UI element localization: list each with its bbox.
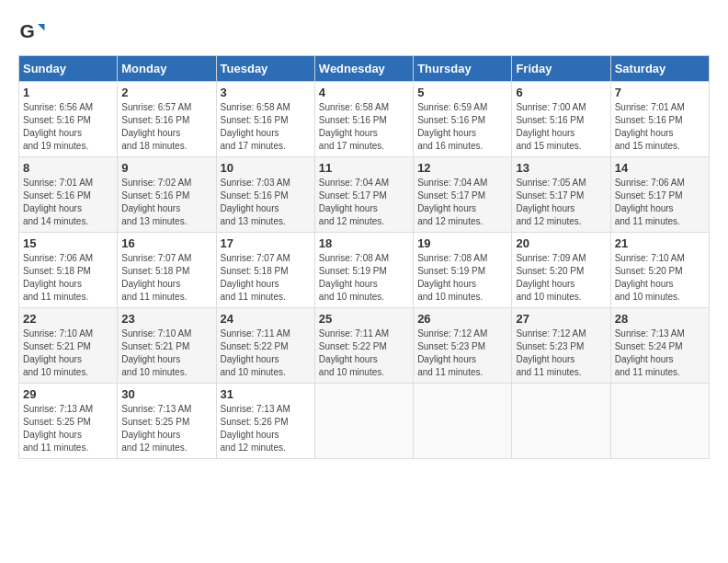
- day-info: Sunrise: 7:09 AM Sunset: 5:20 PM Dayligh…: [516, 252, 606, 304]
- day-number: 28: [615, 312, 705, 326]
- calendar-day-cell: 5 Sunrise: 6:59 AM Sunset: 5:16 PM Dayli…: [414, 82, 512, 157]
- calendar-week-row: 1 Sunrise: 6:56 AM Sunset: 5:16 PM Dayli…: [19, 82, 710, 157]
- day-info: Sunrise: 7:07 AM Sunset: 5:18 PM Dayligh…: [221, 252, 311, 304]
- calendar-day-cell: 16 Sunrise: 7:07 AM Sunset: 5:18 PM Dayl…: [118, 233, 216, 308]
- day-info: Sunrise: 7:12 AM Sunset: 5:23 PM Dayligh…: [417, 327, 507, 379]
- calendar-day-cell: 12 Sunrise: 7:04 AM Sunset: 5:17 PM Dayl…: [414, 157, 512, 233]
- day-info: Sunrise: 7:02 AM Sunset: 5:16 PM Dayligh…: [121, 177, 211, 228]
- day-info: Sunrise: 7:04 AM Sunset: 5:17 PM Dayligh…: [417, 177, 507, 228]
- calendar-day-cell: 6 Sunrise: 7:00 AM Sunset: 5:16 PM Dayli…: [512, 82, 610, 157]
- day-number: 8: [23, 161, 113, 175]
- calendar-header-cell: Tuesday: [216, 56, 314, 82]
- calendar-day-cell: 3 Sunrise: 6:58 AM Sunset: 5:16 PM Dayli…: [216, 82, 314, 157]
- day-info: Sunrise: 7:01 AM Sunset: 5:16 PM Dayligh…: [23, 177, 113, 228]
- calendar-header-cell: Friday: [512, 56, 610, 82]
- day-info: Sunrise: 7:08 AM Sunset: 5:19 PM Dayligh…: [417, 252, 507, 304]
- day-number: 25: [319, 312, 409, 326]
- day-number: 1: [23, 86, 113, 99]
- calendar-week-row: 29 Sunrise: 7:13 AM Sunset: 5:25 PM Dayl…: [19, 384, 710, 459]
- calendar-day-cell: 31 Sunrise: 7:13 AM Sunset: 5:26 PM Dayl…: [216, 384, 314, 459]
- day-number: 21: [615, 236, 705, 250]
- day-number: 17: [221, 236, 311, 250]
- calendar-day-cell: 24 Sunrise: 7:11 AM Sunset: 5:22 PM Dayl…: [216, 308, 314, 384]
- day-info: Sunrise: 7:12 AM Sunset: 5:23 PM Dayligh…: [516, 327, 606, 379]
- calendar-header: SundayMondayTuesdayWednesdayThursdayFrid…: [19, 56, 710, 82]
- day-number: 30: [121, 387, 211, 401]
- day-number: 14: [615, 161, 705, 175]
- day-number: 2: [121, 86, 211, 99]
- day-info: Sunrise: 6:57 AM Sunset: 5:16 PM Dayligh…: [121, 101, 211, 153]
- day-info: Sunrise: 7:03 AM Sunset: 5:16 PM Dayligh…: [221, 177, 311, 228]
- calendar-day-cell: 23 Sunrise: 7:10 AM Sunset: 5:21 PM Dayl…: [118, 308, 216, 384]
- logo: G: [18, 18, 50, 46]
- calendar-day-cell: 20 Sunrise: 7:09 AM Sunset: 5:20 PM Dayl…: [512, 233, 610, 308]
- day-number: 11: [319, 161, 409, 175]
- day-info: Sunrise: 6:56 AM Sunset: 5:16 PM Dayligh…: [23, 101, 113, 153]
- calendar-day-cell: 8 Sunrise: 7:01 AM Sunset: 5:16 PM Dayli…: [19, 157, 118, 233]
- calendar-day-cell: 13 Sunrise: 7:05 AM Sunset: 5:17 PM Dayl…: [512, 157, 610, 233]
- calendar-day-cell: 18 Sunrise: 7:08 AM Sunset: 5:19 PM Dayl…: [314, 233, 413, 308]
- calendar-body: 1 Sunrise: 6:56 AM Sunset: 5:16 PM Dayli…: [19, 82, 710, 459]
- calendar-day-cell: [512, 384, 610, 459]
- day-number: 9: [121, 161, 211, 175]
- day-number: 19: [417, 236, 507, 250]
- calendar-day-cell: 15 Sunrise: 7:06 AM Sunset: 5:18 PM Dayl…: [19, 233, 118, 308]
- day-number: 3: [221, 86, 311, 99]
- svg-text:G: G: [20, 20, 35, 41]
- day-info: Sunrise: 7:13 AM Sunset: 5:24 PM Dayligh…: [615, 327, 705, 379]
- calendar-week-row: 22 Sunrise: 7:10 AM Sunset: 5:21 PM Dayl…: [19, 308, 710, 384]
- calendar-day-cell: 19 Sunrise: 7:08 AM Sunset: 5:19 PM Dayl…: [414, 233, 512, 308]
- calendar-day-cell: 14 Sunrise: 7:06 AM Sunset: 5:17 PM Dayl…: [610, 157, 709, 233]
- day-info: Sunrise: 7:11 AM Sunset: 5:22 PM Dayligh…: [319, 327, 409, 379]
- calendar-header-cell: Thursday: [414, 56, 512, 82]
- day-info: Sunrise: 7:13 AM Sunset: 5:26 PM Dayligh…: [221, 403, 311, 454]
- calendar-day-cell: 22 Sunrise: 7:10 AM Sunset: 5:21 PM Dayl…: [19, 308, 118, 384]
- day-number: 10: [221, 161, 311, 175]
- day-number: 5: [417, 86, 507, 99]
- day-number: 31: [221, 387, 311, 401]
- calendar-day-cell: 1 Sunrise: 6:56 AM Sunset: 5:16 PM Dayli…: [19, 82, 118, 157]
- page-header: G: [18, 18, 710, 46]
- calendar-day-cell: 11 Sunrise: 7:04 AM Sunset: 5:17 PM Dayl…: [314, 157, 413, 233]
- day-number: 18: [319, 236, 409, 250]
- calendar-day-cell: 10 Sunrise: 7:03 AM Sunset: 5:16 PM Dayl…: [216, 157, 314, 233]
- day-info: Sunrise: 7:04 AM Sunset: 5:17 PM Dayligh…: [319, 177, 409, 228]
- calendar-header-cell: Monday: [118, 56, 216, 82]
- calendar-day-cell: 17 Sunrise: 7:07 AM Sunset: 5:18 PM Dayl…: [216, 233, 314, 308]
- day-number: 26: [417, 312, 507, 326]
- day-number: 7: [615, 86, 705, 99]
- day-info: Sunrise: 7:10 AM Sunset: 5:21 PM Dayligh…: [23, 327, 113, 379]
- day-info: Sunrise: 7:07 AM Sunset: 5:18 PM Dayligh…: [121, 252, 211, 304]
- calendar-header-cell: Sunday: [19, 56, 118, 82]
- svg-marker-1: [38, 24, 45, 31]
- day-info: Sunrise: 7:06 AM Sunset: 5:18 PM Dayligh…: [23, 252, 113, 304]
- day-number: 12: [417, 161, 507, 175]
- day-info: Sunrise: 6:58 AM Sunset: 5:16 PM Dayligh…: [221, 101, 311, 153]
- day-info: Sunrise: 7:13 AM Sunset: 5:25 PM Dayligh…: [121, 403, 211, 454]
- day-number: 27: [516, 312, 606, 326]
- calendar-day-cell: 26 Sunrise: 7:12 AM Sunset: 5:23 PM Dayl…: [414, 308, 512, 384]
- calendar-week-row: 8 Sunrise: 7:01 AM Sunset: 5:16 PM Dayli…: [19, 157, 710, 233]
- calendar-day-cell: 28 Sunrise: 7:13 AM Sunset: 5:24 PM Dayl…: [610, 308, 709, 384]
- day-number: 15: [23, 236, 113, 250]
- day-number: 16: [121, 236, 211, 250]
- day-info: Sunrise: 7:00 AM Sunset: 5:16 PM Dayligh…: [516, 101, 606, 153]
- day-info: Sunrise: 6:59 AM Sunset: 5:16 PM Dayligh…: [417, 101, 507, 153]
- day-info: Sunrise: 7:11 AM Sunset: 5:22 PM Dayligh…: [221, 327, 311, 379]
- calendar-header-cell: Wednesday: [314, 56, 413, 82]
- day-number: 6: [516, 86, 606, 99]
- day-info: Sunrise: 7:10 AM Sunset: 5:20 PM Dayligh…: [615, 252, 705, 304]
- day-info: Sunrise: 7:13 AM Sunset: 5:25 PM Dayligh…: [23, 403, 113, 454]
- calendar-day-cell: 2 Sunrise: 6:57 AM Sunset: 5:16 PM Dayli…: [118, 82, 216, 157]
- day-info: Sunrise: 7:10 AM Sunset: 5:21 PM Dayligh…: [121, 327, 211, 379]
- day-number: 20: [516, 236, 606, 250]
- calendar-day-cell: 30 Sunrise: 7:13 AM Sunset: 5:25 PM Dayl…: [118, 384, 216, 459]
- calendar-day-cell: 9 Sunrise: 7:02 AM Sunset: 5:16 PM Dayli…: [118, 157, 216, 233]
- calendar-header-cell: Saturday: [610, 56, 709, 82]
- calendar-day-cell: 27 Sunrise: 7:12 AM Sunset: 5:23 PM Dayl…: [512, 308, 610, 384]
- day-info: Sunrise: 7:06 AM Sunset: 5:17 PM Dayligh…: [615, 177, 705, 228]
- day-number: 22: [23, 312, 113, 326]
- calendar-day-cell: 4 Sunrise: 6:58 AM Sunset: 5:16 PM Dayli…: [314, 82, 413, 157]
- calendar-day-cell: [414, 384, 512, 459]
- day-info: Sunrise: 7:01 AM Sunset: 5:16 PM Dayligh…: [615, 101, 705, 153]
